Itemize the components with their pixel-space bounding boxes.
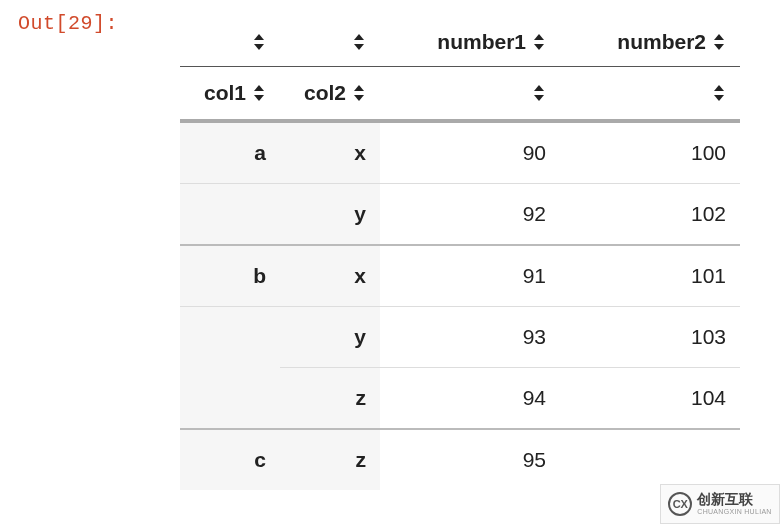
sort-icon[interactable] — [532, 35, 546, 51]
watermark-text: 创新互联 CHUANGXIN HULIAN — [697, 492, 771, 515]
sort-icon[interactable] — [352, 86, 366, 102]
sort-icon[interactable] — [352, 35, 366, 51]
dataframe-table: number1 number2 col1 col2 ax90100y92102b… — [180, 18, 740, 490]
table-row: cz95 — [180, 429, 740, 490]
header-row-top: number1 number2 — [180, 18, 740, 67]
sort-icon[interactable] — [252, 86, 266, 102]
index-col1 — [180, 307, 280, 368]
index-col2: z — [280, 368, 380, 430]
index-col2: z — [280, 429, 380, 490]
sort-icon[interactable] — [712, 35, 726, 51]
header-col1[interactable]: col1 — [180, 67, 280, 122]
header-blank-1[interactable] — [180, 18, 280, 67]
cell-number2 — [560, 429, 740, 490]
header-col2[interactable]: col2 — [280, 67, 380, 122]
index-col2: x — [280, 121, 380, 184]
cell-number2: 100 — [560, 121, 740, 184]
table-row: bx91101 — [180, 245, 740, 307]
cell-number1: 90 — [380, 121, 560, 184]
index-col2: y — [280, 184, 380, 246]
index-col2: x — [280, 245, 380, 307]
output-prompt: Out[29]: — [18, 12, 118, 35]
index-col2: y — [280, 307, 380, 368]
sort-icon[interactable] — [252, 35, 266, 51]
watermark-logo-icon: CX — [668, 492, 692, 516]
cell-number1: 95 — [380, 429, 560, 490]
cell-number1: 94 — [380, 368, 560, 430]
cell-number1: 91 — [380, 245, 560, 307]
header-number1[interactable]: number1 — [380, 18, 560, 67]
table-body: ax90100y92102bx91101y93103z94104cz95 — [180, 121, 740, 490]
header-sub-blank-1[interactable] — [380, 67, 560, 122]
index-col1: b — [180, 245, 280, 307]
index-col1: a — [180, 121, 280, 184]
table-row: y93103 — [180, 307, 740, 368]
dataframe-table-wrap: number1 number2 col1 col2 ax90100y92102b… — [180, 18, 740, 490]
index-col1 — [180, 368, 280, 430]
cell-number2: 101 — [560, 245, 740, 307]
cell-number2: 103 — [560, 307, 740, 368]
sort-icon[interactable] — [532, 86, 546, 102]
index-col1 — [180, 184, 280, 246]
sort-icon[interactable] — [712, 86, 726, 102]
index-col1: c — [180, 429, 280, 490]
header-number2[interactable]: number2 — [560, 18, 740, 67]
watermark-cn: 创新互联 — [697, 492, 771, 507]
table-row: y92102 — [180, 184, 740, 246]
table-row: ax90100 — [180, 121, 740, 184]
cell-number2: 102 — [560, 184, 740, 246]
table-row: z94104 — [180, 368, 740, 430]
header-row-sub: col1 col2 — [180, 67, 740, 122]
watermark: CX 创新互联 CHUANGXIN HULIAN — [660, 484, 780, 524]
watermark-en: CHUANGXIN HULIAN — [697, 508, 771, 516]
cell-number1: 93 — [380, 307, 560, 368]
header-sub-blank-2[interactable] — [560, 67, 740, 122]
cell-number2: 104 — [560, 368, 740, 430]
cell-number1: 92 — [380, 184, 560, 246]
header-blank-2[interactable] — [280, 18, 380, 67]
